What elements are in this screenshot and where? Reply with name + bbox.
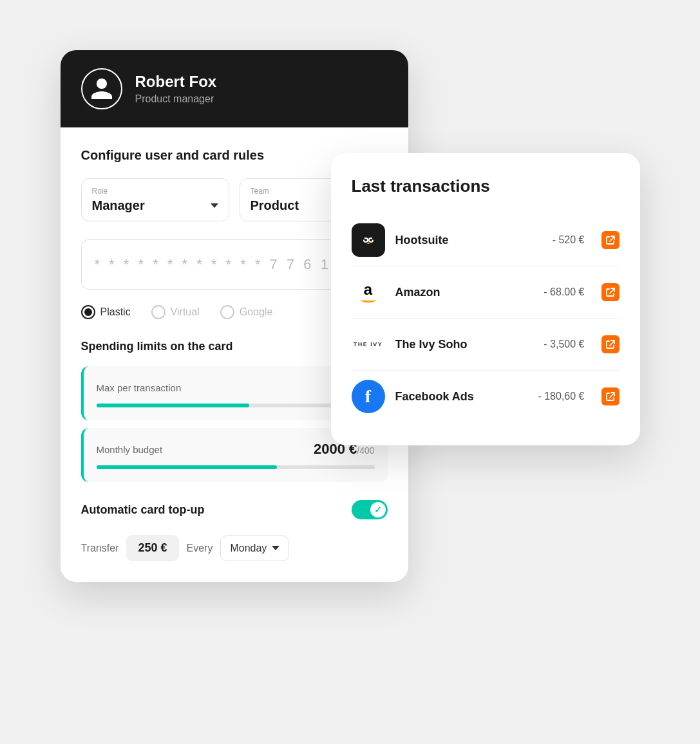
max-transaction-fill bbox=[97, 404, 250, 407]
ivy-logo: THE IVY bbox=[352, 328, 385, 361]
transactions-title: Last transactions bbox=[352, 176, 620, 196]
transactions-card: Last transactions H bbox=[331, 153, 640, 445]
day-dropdown[interactable]: Monday bbox=[220, 535, 289, 561]
card-header: Robert Fox Product manager bbox=[61, 50, 408, 127]
radio-outer-plastic bbox=[81, 305, 95, 319]
amazon-logo-container: a bbox=[361, 282, 376, 302]
user-name: Robert Fox bbox=[135, 73, 217, 91]
monthly-budget-header: Monthly budget 2000 €/400 bbox=[97, 441, 375, 458]
role-dropdown[interactable]: Role Manager bbox=[81, 178, 229, 221]
monthly-budget-fill bbox=[97, 465, 278, 469]
tx-name-ivy: The Ivy Soho bbox=[395, 338, 534, 351]
tx-link-facebook[interactable] bbox=[601, 387, 620, 405]
role-label: Role bbox=[92, 187, 218, 196]
tx-name-facebook: Facebook Ads bbox=[395, 390, 528, 404]
radio-label-google: Google bbox=[240, 306, 273, 318]
radio-outer-google bbox=[220, 305, 234, 319]
transfer-label: Transfer bbox=[81, 543, 119, 554]
tx-name-hootsuite: Hootsuite bbox=[395, 234, 542, 247]
user-info: Robert Fox Product manager bbox=[135, 73, 217, 106]
tx-name-amazon: Amazon bbox=[395, 286, 534, 299]
toggle-check-icon: ✓ bbox=[374, 505, 382, 515]
radio-google[interactable]: Google bbox=[220, 305, 273, 319]
user-role: Product manager bbox=[135, 93, 217, 105]
tx-amount-amazon: - 68.00 € bbox=[544, 286, 584, 298]
role-chevron-down-icon bbox=[211, 203, 218, 208]
radio-label-plastic: Plastic bbox=[100, 306, 131, 318]
tx-link-hootsuite[interactable] bbox=[601, 231, 620, 249]
monthly-budget-slider[interactable] bbox=[97, 465, 375, 469]
monthly-budget-label: Monthly budget bbox=[97, 444, 163, 455]
radio-inner-plastic bbox=[84, 308, 92, 316]
topup-row: Automatic card top-up ✓ bbox=[81, 500, 388, 519]
facebook-logo: f bbox=[352, 380, 385, 413]
radio-label-virtual: Virtual bbox=[171, 306, 200, 318]
role-value-row: Manager bbox=[92, 198, 218, 213]
hootsuite-logo bbox=[352, 223, 385, 257]
radio-virtual[interactable]: Virtual bbox=[151, 305, 200, 319]
role-value: Manager bbox=[92, 198, 145, 213]
amazon-logo: a bbox=[352, 275, 385, 309]
transaction-hootsuite: Hootsuite - 520 € bbox=[352, 214, 620, 266]
radio-plastic[interactable]: Plastic bbox=[81, 305, 131, 319]
tx-amount-hootsuite: - 520 € bbox=[553, 234, 585, 246]
tx-amount-facebook: - 180,60 € bbox=[538, 391, 584, 402]
topup-toggle[interactable]: ✓ bbox=[352, 500, 388, 519]
card-number: * * * * * * * * * * * * 7 7 6 1 bbox=[95, 256, 331, 273]
facebook-f-icon: f bbox=[365, 386, 371, 407]
amazon-a-text: a bbox=[364, 282, 372, 297]
topup-label: Automatic card top-up bbox=[81, 503, 205, 517]
transfer-amount: 250 € bbox=[126, 535, 178, 561]
day-chevron-down-icon bbox=[272, 546, 279, 550]
transaction-amazon: a Amazon - 68.00 € bbox=[352, 266, 620, 319]
radio-outer-virtual bbox=[151, 305, 166, 319]
tx-link-amazon[interactable] bbox=[601, 283, 620, 301]
transfer-row: Transfer 250 € Every Monday bbox=[81, 535, 388, 561]
transaction-facebook: f Facebook Ads - 180,60 € bbox=[352, 371, 620, 422]
tx-amount-ivy: - 3,500 € bbox=[544, 339, 584, 350]
ivy-text: THE IVY bbox=[354, 341, 383, 348]
tx-link-ivy[interactable] bbox=[601, 335, 620, 353]
transaction-ivy: THE IVY The Ivy Soho - 3,500 € bbox=[352, 319, 620, 371]
svg-point-3 bbox=[364, 239, 367, 241]
amazon-smile-icon bbox=[361, 297, 376, 302]
avatar bbox=[81, 68, 122, 109]
team-value: Product bbox=[251, 198, 299, 213]
every-label: Every bbox=[187, 543, 213, 554]
day-value: Monday bbox=[230, 543, 267, 554]
toggle-knob: ✓ bbox=[370, 502, 386, 517]
max-transaction-label: Max per transaction bbox=[97, 382, 182, 393]
svg-point-4 bbox=[370, 239, 372, 241]
